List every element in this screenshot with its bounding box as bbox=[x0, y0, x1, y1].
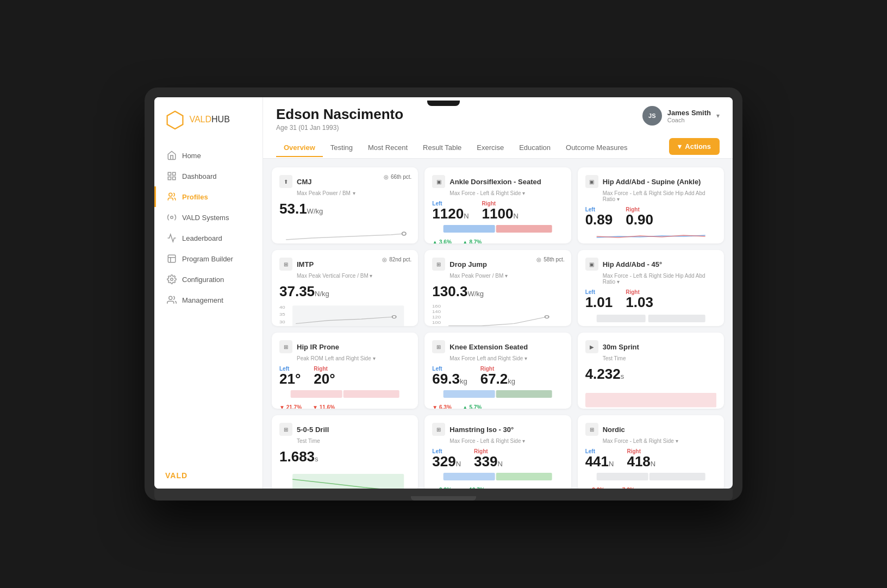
imtp-percentile: ◎82nd pct. bbox=[382, 257, 411, 262]
knee-subtitle: Max Force Left and Right Side ▾ bbox=[449, 355, 563, 361]
hip-supine-right-value: 0.90 bbox=[626, 212, 653, 227]
page-header: Edson Nascimento Age 31 (01 Jan 1993) JS… bbox=[263, 97, 733, 159]
hamstring-right-value: 339N bbox=[474, 454, 503, 468]
patient-info: Edson Nascimento Age 31 (01 Jan 1993) bbox=[276, 106, 403, 132]
header-tabs: Overview Testing Most Recent Result Tabl… bbox=[276, 139, 635, 157]
505-value: 1.683s bbox=[279, 448, 410, 465]
chevron-down-icon-actions: ▾ bbox=[678, 142, 682, 151]
svg-rect-4 bbox=[168, 177, 171, 180]
cmj-percentile: ◎66th pct. bbox=[384, 174, 411, 180]
imtp-subtitle: Max Peak Vertical Force / BM ▾ bbox=[297, 273, 410, 279]
sidebar-item-dashboard[interactable]: Dashboard bbox=[154, 166, 263, 186]
user-profile[interactable]: JS James Smith Coach ▾ bbox=[642, 106, 720, 126]
actions-button[interactable]: ▾ Actions bbox=[669, 138, 720, 155]
svg-point-5 bbox=[169, 193, 172, 196]
sidebar-item-profiles-label: Profiles bbox=[182, 193, 208, 201]
sidebar-item-leaderboard-label: Leaderboard bbox=[182, 234, 222, 242]
svg-text:120: 120 bbox=[432, 315, 441, 320]
tab-overview[interactable]: Overview bbox=[276, 139, 323, 157]
505-chart bbox=[279, 468, 410, 489]
card-drop-jump: ⊞ Drop Jump Max Peak Power / BM ▾ ◎58th … bbox=[424, 250, 571, 326]
505-title: 5-0-5 Drill bbox=[297, 426, 329, 434]
drop-jump-icon: ⊞ bbox=[432, 258, 445, 271]
svg-rect-35 bbox=[443, 473, 495, 480]
svg-rect-38 bbox=[649, 473, 705, 480]
patient-name: Edson Nascimento bbox=[276, 106, 403, 123]
hamstring-subtitle: Max Force - Left & Right Side ▾ bbox=[449, 438, 563, 444]
cmj-icon: ⬆ bbox=[279, 175, 292, 188]
svg-rect-31 bbox=[443, 390, 495, 398]
sprint-subtitle: Test Time bbox=[603, 355, 716, 361]
imtp-icon: ⊞ bbox=[279, 258, 292, 271]
user-info: James Smith Coach bbox=[667, 109, 711, 123]
hip-ir-left-value: 21° bbox=[279, 372, 301, 386]
svg-point-6 bbox=[171, 216, 173, 219]
svg-point-26 bbox=[545, 316, 549, 318]
svg-rect-19 bbox=[292, 305, 404, 326]
card-hip-45: ▣ Hip Add/Abd - 45° Max Force - Left & R… bbox=[578, 250, 724, 326]
dashboard-icon bbox=[167, 171, 177, 181]
card-ankle-dorsiflexion: ▣ Ankle Dorsiflexion - Seated Max Force … bbox=[424, 167, 571, 243]
svg-rect-37 bbox=[596, 473, 648, 480]
card-hip-ir-prone: ⊞ Hip IR Prone Peak ROM Left and Right S… bbox=[272, 333, 418, 409]
imtp-title: IMTP bbox=[297, 260, 314, 268]
cmj-title: CMJ bbox=[297, 178, 311, 186]
imtp-chart: 40 35 30 25 bbox=[279, 303, 410, 326]
tab-outcome-measures[interactable]: Outcome Measures bbox=[558, 139, 635, 157]
sidebar-item-program-builder[interactable]: Program Builder bbox=[154, 248, 263, 269]
hip-ir-right-value: 20° bbox=[314, 372, 335, 386]
home-icon bbox=[167, 151, 177, 160]
sidebar-item-leaderboard[interactable]: Leaderboard bbox=[154, 228, 263, 248]
ankle-subtitle: Max Force - Left & Right Side ▾ bbox=[449, 190, 563, 196]
sidebar-item-vald-systems-label: VALD Systems bbox=[182, 214, 229, 222]
card-cmj: ⬆ CMJ Max Peak Power / BM ▾ ◎66th pct. 5… bbox=[272, 167, 418, 243]
sidebar-item-profiles[interactable]: Profiles bbox=[154, 186, 263, 207]
sidebar: VALDHUB Home Dashboard Profiles bbox=[154, 97, 263, 489]
hip-45-left-value: 1.01 bbox=[585, 295, 613, 309]
sidebar-item-management[interactable]: Management bbox=[154, 290, 263, 310]
tab-result-table[interactable]: Result Table bbox=[415, 139, 469, 157]
hip-supine-left-value: 0.89 bbox=[585, 212, 613, 227]
knee-right-change: ▲ 5.7% bbox=[463, 404, 482, 409]
tab-most-recent[interactable]: Most Recent bbox=[360, 139, 415, 157]
505-subtitle: Test Time bbox=[297, 438, 410, 444]
profiles-icon bbox=[167, 192, 177, 202]
cmj-subtitle: Max Peak Power / BM ▾ bbox=[297, 190, 410, 196]
program-builder-icon bbox=[167, 254, 177, 264]
cmj-chart bbox=[279, 221, 410, 243]
svg-point-12 bbox=[402, 232, 406, 235]
dashboard-grid: ⬆ CMJ Max Peak Power / BM ▾ ◎66th pct. 5… bbox=[263, 159, 733, 489]
svg-rect-13 bbox=[443, 225, 495, 233]
hip-ir-subtitle: Peak ROM Left and Right Side ▾ bbox=[297, 355, 410, 361]
svg-text:30: 30 bbox=[279, 320, 285, 324]
hip-45-title: Hip Add/Abd - 45° bbox=[603, 260, 662, 268]
svg-rect-27 bbox=[596, 315, 645, 322]
tab-education[interactable]: Education bbox=[511, 139, 558, 157]
drop-jump-value: 130.3W/kg bbox=[432, 283, 563, 300]
sidebar-item-home[interactable]: Home bbox=[154, 145, 263, 166]
svg-rect-7 bbox=[168, 255, 176, 262]
hip-45-icon: ▣ bbox=[585, 258, 598, 271]
svg-rect-3 bbox=[173, 177, 176, 180]
chevron-down-icon: ▾ bbox=[716, 112, 720, 120]
sidebar-nav: Home Dashboard Profiles VALD Systems bbox=[154, 141, 263, 462]
card-nordic: ⊞ Nordic Max Force - Left & Right Side ▾… bbox=[578, 415, 724, 489]
sidebar-item-configuration[interactable]: Configuration bbox=[154, 269, 263, 290]
configuration-icon bbox=[167, 274, 177, 284]
nordic-icon: ⊞ bbox=[585, 423, 598, 436]
user-role: Coach bbox=[667, 117, 711, 123]
svg-marker-0 bbox=[167, 111, 183, 129]
knee-title: Knee Extension Seated bbox=[449, 343, 528, 351]
knee-icon: ⊞ bbox=[432, 340, 445, 353]
drop-jump-percentile: ◎58th pct. bbox=[536, 257, 564, 262]
sidebar-item-vald-systems[interactable]: VALD Systems bbox=[154, 207, 263, 228]
svg-rect-30 bbox=[343, 390, 399, 398]
drop-jump-title: Drop Jump bbox=[449, 260, 487, 268]
505-icon: ⊞ bbox=[279, 423, 292, 436]
ankle-left-change: ▲ 3.6% bbox=[432, 239, 451, 243]
svg-rect-32 bbox=[496, 390, 552, 398]
tab-exercise[interactable]: Exercise bbox=[469, 139, 511, 157]
sprint-value: 4.232s bbox=[585, 366, 716, 383]
tab-testing[interactable]: Testing bbox=[323, 139, 360, 157]
hip-45-subtitle: Max Force - Left & Right Side Hip Add Ab… bbox=[603, 273, 716, 285]
